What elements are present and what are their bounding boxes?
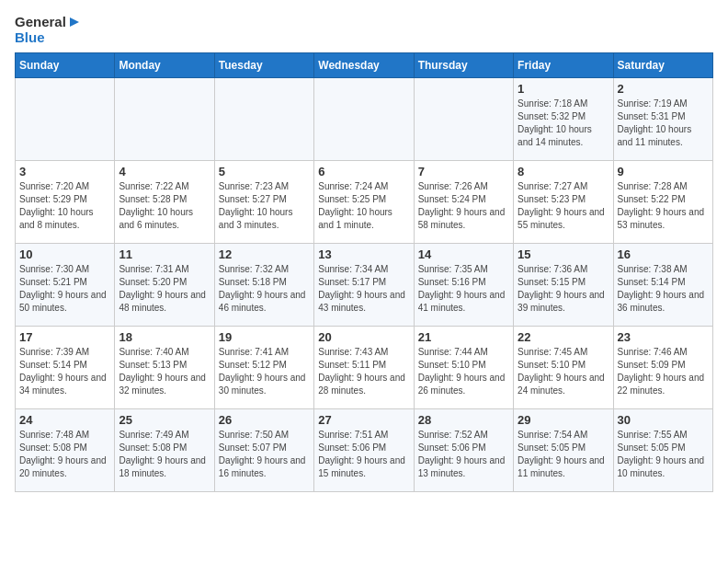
day-info: Sunrise: 7:52 AM Sunset: 5:06 PM Dayligh… bbox=[418, 429, 509, 480]
weekday-header-sunday: Sunday bbox=[16, 53, 115, 78]
day-number: 29 bbox=[518, 413, 609, 427]
day-number: 4 bbox=[119, 165, 210, 178]
day-number: 19 bbox=[219, 330, 310, 344]
calendar-cell: 10Sunrise: 7:30 AM Sunset: 5:21 PM Dayli… bbox=[16, 244, 115, 327]
calendar-cell: 9Sunrise: 7:28 AM Sunset: 5:22 PM Daylig… bbox=[613, 161, 712, 244]
calendar-cell: 2Sunrise: 7:19 AM Sunset: 5:31 PM Daylig… bbox=[613, 78, 712, 161]
weekday-header-friday: Friday bbox=[514, 53, 613, 78]
day-number: 22 bbox=[518, 330, 609, 344]
day-info: Sunrise: 7:31 AM Sunset: 5:20 PM Dayligh… bbox=[119, 263, 210, 315]
day-info: Sunrise: 7:32 AM Sunset: 5:18 PM Dayligh… bbox=[219, 263, 310, 315]
calendar-week-3: 10Sunrise: 7:30 AM Sunset: 5:21 PM Dayli… bbox=[16, 244, 713, 327]
day-number: 21 bbox=[418, 330, 509, 344]
logo: General Blue bbox=[15, 15, 81, 45]
day-info: Sunrise: 7:40 AM Sunset: 5:13 PM Dayligh… bbox=[119, 346, 210, 397]
calendar-cell: 26Sunrise: 7:50 AM Sunset: 5:07 PM Dayli… bbox=[214, 409, 313, 492]
logo-general: General bbox=[15, 15, 66, 30]
day-number: 20 bbox=[318, 330, 409, 344]
calendar-cell: 16Sunrise: 7:38 AM Sunset: 5:14 PM Dayli… bbox=[613, 244, 712, 327]
calendar-cell: 14Sunrise: 7:35 AM Sunset: 5:16 PM Dayli… bbox=[414, 244, 513, 327]
day-info: Sunrise: 7:28 AM Sunset: 5:22 PM Dayligh… bbox=[618, 180, 709, 232]
calendar-cell: 25Sunrise: 7:49 AM Sunset: 5:08 PM Dayli… bbox=[115, 409, 214, 492]
calendar-cell: 22Sunrise: 7:45 AM Sunset: 5:10 PM Dayli… bbox=[514, 327, 613, 409]
calendar-cell: 4Sunrise: 7:22 AM Sunset: 5:28 PM Daylig… bbox=[115, 161, 214, 244]
day-info: Sunrise: 7:49 AM Sunset: 5:08 PM Dayligh… bbox=[119, 429, 210, 480]
calendar-body: 1Sunrise: 7:18 AM Sunset: 5:32 PM Daylig… bbox=[16, 78, 713, 492]
calendar-header-row: SundayMondayTuesdayWednesdayThursdayFrid… bbox=[16, 53, 713, 78]
calendar-week-2: 3Sunrise: 7:20 AM Sunset: 5:29 PM Daylig… bbox=[16, 161, 713, 244]
day-info: Sunrise: 7:35 AM Sunset: 5:16 PM Dayligh… bbox=[418, 263, 509, 315]
day-info: Sunrise: 7:39 AM Sunset: 5:14 PM Dayligh… bbox=[19, 346, 110, 397]
day-info: Sunrise: 7:30 AM Sunset: 5:21 PM Dayligh… bbox=[19, 263, 110, 315]
day-info: Sunrise: 7:55 AM Sunset: 5:05 PM Dayligh… bbox=[618, 429, 709, 480]
calendar-cell: 7Sunrise: 7:26 AM Sunset: 5:24 PM Daylig… bbox=[414, 161, 513, 244]
day-info: Sunrise: 7:48 AM Sunset: 5:08 PM Dayligh… bbox=[19, 429, 110, 480]
weekday-header-wednesday: Wednesday bbox=[314, 53, 414, 78]
day-info: Sunrise: 7:19 AM Sunset: 5:31 PM Dayligh… bbox=[618, 98, 709, 149]
calendar-week-5: 24Sunrise: 7:48 AM Sunset: 5:08 PM Dayli… bbox=[16, 409, 713, 492]
day-info: Sunrise: 7:41 AM Sunset: 5:12 PM Dayligh… bbox=[219, 346, 310, 397]
day-number: 14 bbox=[418, 247, 509, 261]
day-info: Sunrise: 7:23 AM Sunset: 5:27 PM Dayligh… bbox=[219, 180, 310, 232]
day-info: Sunrise: 7:54 AM Sunset: 5:05 PM Dayligh… bbox=[518, 429, 609, 480]
calendar-cell: 29Sunrise: 7:54 AM Sunset: 5:05 PM Dayli… bbox=[514, 409, 613, 492]
day-info: Sunrise: 7:34 AM Sunset: 5:17 PM Dayligh… bbox=[318, 263, 409, 315]
day-number: 1 bbox=[518, 82, 609, 96]
calendar-cell: 17Sunrise: 7:39 AM Sunset: 5:14 PM Dayli… bbox=[16, 327, 115, 409]
calendar-cell: 20Sunrise: 7:43 AM Sunset: 5:11 PM Dayli… bbox=[314, 327, 414, 409]
calendar-cell bbox=[115, 78, 214, 161]
day-number: 7 bbox=[418, 165, 509, 178]
calendar-cell: 18Sunrise: 7:40 AM Sunset: 5:13 PM Dayli… bbox=[115, 327, 214, 409]
logo-triangle-icon bbox=[68, 16, 81, 29]
calendar-table: SundayMondayTuesdayWednesdayThursdayFrid… bbox=[15, 52, 713, 492]
day-number: 24 bbox=[19, 413, 110, 427]
day-info: Sunrise: 7:50 AM Sunset: 5:07 PM Dayligh… bbox=[219, 429, 310, 480]
day-info: Sunrise: 7:43 AM Sunset: 5:11 PM Dayligh… bbox=[318, 346, 409, 397]
calendar-cell bbox=[16, 78, 115, 161]
calendar-cell bbox=[414, 78, 513, 161]
day-number: 3 bbox=[19, 165, 110, 178]
logo-blue: Blue bbox=[15, 30, 81, 46]
day-number: 17 bbox=[19, 330, 110, 344]
day-info: Sunrise: 7:24 AM Sunset: 5:25 PM Dayligh… bbox=[318, 180, 409, 232]
header: General Blue bbox=[15, 15, 713, 45]
day-number: 27 bbox=[318, 413, 409, 427]
logo-content: General Blue bbox=[15, 15, 81, 45]
day-info: Sunrise: 7:27 AM Sunset: 5:23 PM Dayligh… bbox=[518, 180, 609, 232]
calendar-cell: 5Sunrise: 7:23 AM Sunset: 5:27 PM Daylig… bbox=[214, 161, 313, 244]
day-number: 11 bbox=[119, 247, 210, 261]
day-info: Sunrise: 7:18 AM Sunset: 5:32 PM Dayligh… bbox=[518, 98, 609, 149]
day-number: 5 bbox=[219, 165, 310, 178]
day-number: 25 bbox=[119, 413, 210, 427]
calendar-week-1: 1Sunrise: 7:18 AM Sunset: 5:32 PM Daylig… bbox=[16, 78, 713, 161]
day-info: Sunrise: 7:36 AM Sunset: 5:15 PM Dayligh… bbox=[518, 263, 609, 315]
weekday-header-thursday: Thursday bbox=[414, 53, 513, 78]
day-number: 16 bbox=[618, 247, 709, 261]
weekday-header-tuesday: Tuesday bbox=[214, 53, 313, 78]
calendar-cell: 1Sunrise: 7:18 AM Sunset: 5:32 PM Daylig… bbox=[514, 78, 613, 161]
calendar-cell: 15Sunrise: 7:36 AM Sunset: 5:15 PM Dayli… bbox=[514, 244, 613, 327]
calendar-cell: 11Sunrise: 7:31 AM Sunset: 5:20 PM Dayli… bbox=[115, 244, 214, 327]
day-number: 6 bbox=[318, 165, 409, 178]
svg-marker-0 bbox=[70, 17, 79, 27]
day-number: 2 bbox=[618, 82, 709, 96]
calendar-cell: 28Sunrise: 7:52 AM Sunset: 5:06 PM Dayli… bbox=[414, 409, 513, 492]
day-number: 23 bbox=[618, 330, 709, 344]
calendar-cell: 3Sunrise: 7:20 AM Sunset: 5:29 PM Daylig… bbox=[16, 161, 115, 244]
day-info: Sunrise: 7:44 AM Sunset: 5:10 PM Dayligh… bbox=[418, 346, 509, 397]
day-number: 8 bbox=[518, 165, 609, 178]
day-number: 18 bbox=[119, 330, 210, 344]
day-number: 15 bbox=[518, 247, 609, 261]
day-number: 10 bbox=[19, 247, 110, 261]
day-info: Sunrise: 7:45 AM Sunset: 5:10 PM Dayligh… bbox=[518, 346, 609, 397]
calendar-cell: 23Sunrise: 7:46 AM Sunset: 5:09 PM Dayli… bbox=[613, 327, 712, 409]
day-info: Sunrise: 7:26 AM Sunset: 5:24 PM Dayligh… bbox=[418, 180, 509, 232]
calendar-cell: 13Sunrise: 7:34 AM Sunset: 5:17 PM Dayli… bbox=[314, 244, 414, 327]
calendar-cell: 30Sunrise: 7:55 AM Sunset: 5:05 PM Dayli… bbox=[613, 409, 712, 492]
weekday-header-monday: Monday bbox=[115, 53, 214, 78]
calendar-cell: 27Sunrise: 7:51 AM Sunset: 5:06 PM Dayli… bbox=[314, 409, 414, 492]
day-number: 28 bbox=[418, 413, 509, 427]
day-info: Sunrise: 7:38 AM Sunset: 5:14 PM Dayligh… bbox=[618, 263, 709, 315]
day-info: Sunrise: 7:22 AM Sunset: 5:28 PM Dayligh… bbox=[119, 180, 210, 232]
calendar-cell: 24Sunrise: 7:48 AM Sunset: 5:08 PM Dayli… bbox=[16, 409, 115, 492]
